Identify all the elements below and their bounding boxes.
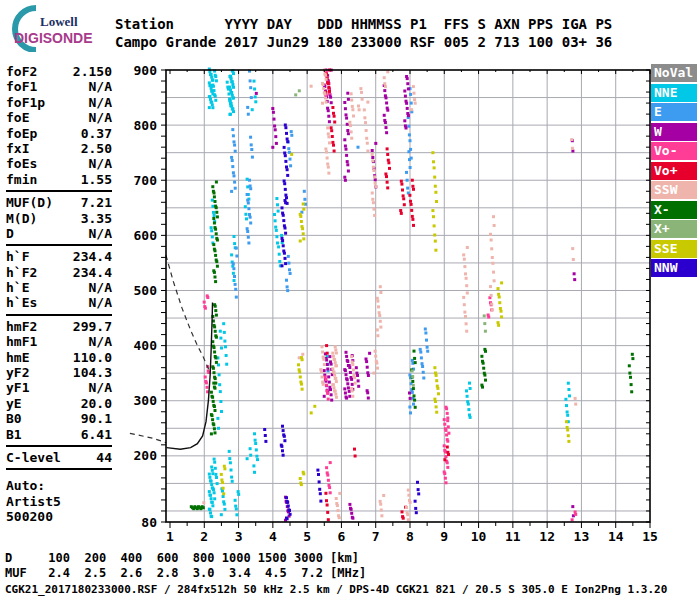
distance-row: D 100 200 400 600 800 1000 1500 3000 [km… (5, 551, 359, 565)
y-tick-label: 900 (134, 63, 158, 78)
x-tick-label: 5 (303, 529, 311, 544)
x-tick-label: 1 (166, 529, 174, 544)
y-tick-label: 700 (134, 173, 158, 188)
x-tick-label: 9 (440, 529, 448, 544)
x-tick-label: 6 (338, 529, 346, 544)
footer-info-line: CGK21_2017180233000.RSF / 284fx512h 50 k… (5, 583, 667, 596)
x-tick-label: 11 (505, 529, 521, 544)
x-tick-label: 12 (539, 529, 555, 544)
y-tick-label: 800 (134, 118, 158, 133)
legend-item-SSE: SSE (651, 240, 697, 258)
y-tick-label: 500 (134, 283, 158, 298)
y-tick-label: 80 (141, 515, 157, 530)
ionogram-plot: 9008007006005004003002008012345678910111… (0, 0, 700, 600)
legend-item-X+: X+ (651, 220, 697, 238)
x-tick-label: 3 (235, 529, 243, 544)
scatter-X+ (294, 89, 487, 387)
digisonde-ionogram-screen: Lowell DIGISONDE Station YYYY DAY DDD HH… (0, 0, 700, 600)
legend-item-E: E (651, 103, 697, 121)
x-tick-label: 10 (471, 529, 487, 544)
e-layer-trace (190, 505, 205, 510)
y-tick-label: 400 (134, 338, 158, 353)
y-tick-label: 300 (134, 393, 158, 408)
scatter-SSW (202, 69, 577, 522)
x-tick-label: 4 (269, 529, 277, 544)
scatter-W (255, 69, 576, 522)
legend-item-NNW: NNW (651, 259, 697, 277)
echo-points (190, 68, 635, 522)
legend-item-Vo-: Vo- (651, 142, 697, 160)
x-tick-label: 15 (642, 529, 658, 544)
grid (166, 70, 650, 522)
scatter-NNE (208, 68, 571, 519)
legend-item-SSW: SSW (651, 181, 697, 199)
scatter-Vo+ (324, 69, 450, 522)
muf-transmission-curve (166, 255, 210, 371)
x-tick-label: 13 (574, 529, 590, 544)
y-tick-label: 600 (134, 228, 158, 243)
profile-left-dash (130, 433, 166, 442)
legend-item-Vo+: Vo+ (651, 162, 697, 180)
legend-item-NNE: NNE (651, 84, 697, 102)
scatter-Vo- (203, 70, 578, 522)
muf-row: MUF 2.4 2.5 2.6 2.8 3.0 3.4 4.5 7.2 [MHz… (5, 566, 366, 580)
x-tick-label: 14 (608, 529, 624, 544)
x-tick-label: 2 (200, 529, 208, 544)
x-tick-label: 7 (372, 529, 380, 544)
axis-ticks (161, 70, 650, 528)
x-tick-label: 8 (406, 529, 414, 544)
echo-direction-legend: NoValNNEEWVo-Vo+SSWX-X+SSENNW (651, 64, 698, 279)
legend-item-X-: X- (651, 201, 697, 219)
y-tick-label: 200 (134, 448, 158, 463)
legend-item-NoVal: NoVal (651, 64, 697, 82)
legend-item-W: W (651, 123, 697, 141)
